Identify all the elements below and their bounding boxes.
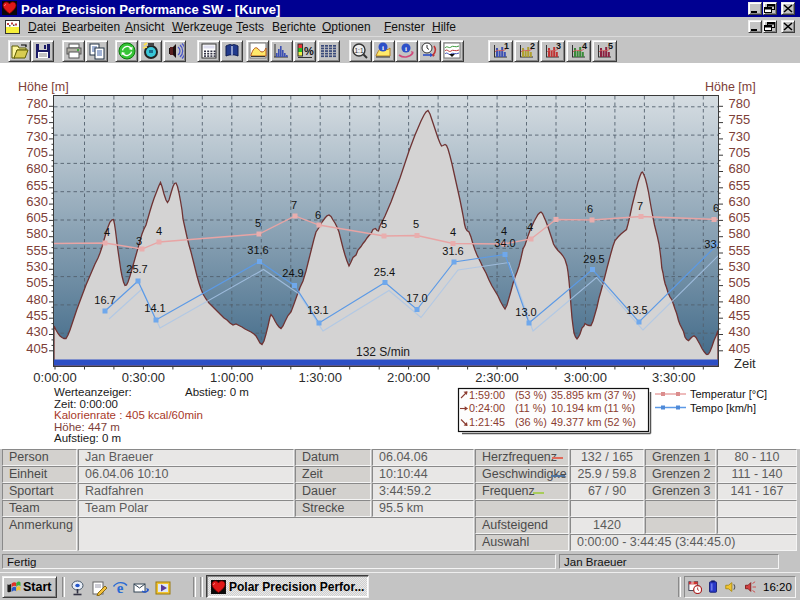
- svg-text:25.4: 25.4: [374, 266, 395, 278]
- svg-text:705: 705: [26, 145, 48, 160]
- svg-text:630: 630: [729, 194, 751, 209]
- svg-text:4: 4: [527, 221, 533, 233]
- svg-text:17.0: 17.0: [406, 292, 427, 304]
- svg-text:7: 7: [291, 199, 297, 211]
- svg-text:13.0: 13.0: [515, 306, 536, 318]
- svg-text:4: 4: [581, 42, 586, 51]
- svg-text:(36 %): (36 %): [515, 416, 547, 428]
- svg-text:i: i: [382, 44, 384, 52]
- svg-text:580: 580: [26, 226, 48, 241]
- svg-text:505: 505: [729, 275, 751, 290]
- svg-text:6: 6: [315, 209, 321, 221]
- svg-text:13.5: 13.5: [626, 304, 647, 316]
- svg-text:605: 605: [26, 210, 48, 225]
- svg-text:0:24:00: 0:24:00: [469, 402, 505, 414]
- svg-text:35.895 km: 35.895 km: [551, 389, 601, 401]
- svg-text:705: 705: [729, 145, 751, 160]
- svg-text:38: 38: [691, 581, 695, 585]
- svg-text:0:30:00: 0:30:00: [122, 370, 165, 385]
- svg-text:405: 405: [729, 341, 751, 356]
- svg-text:1:30:00: 1:30:00: [299, 370, 342, 385]
- svg-text:13.1: 13.1: [307, 304, 328, 316]
- svg-text:755: 755: [26, 112, 48, 127]
- svg-text:2:00:00: 2:00:00: [387, 370, 430, 385]
- svg-text:16.7: 16.7: [94, 294, 115, 306]
- svg-text:480: 480: [26, 292, 48, 307]
- svg-text:530: 530: [26, 259, 48, 274]
- svg-text:34.0: 34.0: [494, 237, 515, 249]
- svg-text:4: 4: [450, 226, 456, 238]
- svg-text:780: 780: [729, 96, 751, 111]
- svg-text:2: 2: [529, 42, 534, 51]
- svg-text:655: 655: [729, 178, 751, 193]
- svg-text:630: 630: [26, 194, 48, 209]
- svg-text:Kalorienrate : 405 kcal/60min: Kalorienrate : 405 kcal/60min: [54, 409, 203, 421]
- svg-text:6: 6: [587, 203, 593, 215]
- svg-text:%: %: [304, 45, 314, 57]
- svg-text:405: 405: [26, 341, 48, 356]
- svg-text:730: 730: [729, 129, 751, 144]
- svg-text:5: 5: [413, 218, 419, 230]
- svg-text:29.5: 29.5: [583, 253, 604, 265]
- svg-text:25.7: 25.7: [126, 263, 147, 275]
- svg-text:4: 4: [156, 225, 162, 237]
- svg-text:5: 5: [381, 218, 387, 230]
- svg-text:10.194 km: 10.194 km: [551, 402, 601, 414]
- svg-text:680: 680: [729, 161, 751, 176]
- svg-text:3:00:00: 3:00:00: [564, 370, 607, 385]
- svg-text:14.1: 14.1: [144, 302, 165, 314]
- svg-text:3: 3: [136, 235, 142, 247]
- svg-text:5: 5: [607, 42, 612, 51]
- svg-text:780: 780: [26, 96, 48, 111]
- svg-text:132 S/min: 132 S/min: [356, 345, 410, 359]
- svg-text:Höhe: 447 m: Höhe: 447 m: [54, 421, 120, 433]
- svg-text:Zeit: Zeit: [734, 356, 756, 371]
- svg-text:3:30:00: 3:30:00: [652, 370, 695, 385]
- svg-text:455: 455: [26, 308, 48, 323]
- svg-text:Werteanzeiger:: Werteanzeiger:: [54, 386, 132, 398]
- svg-text:530: 530: [729, 259, 751, 274]
- svg-text:Höhe [m]: Höhe [m]: [705, 80, 756, 94]
- svg-text:1:21:45: 1:21:45: [469, 416, 505, 428]
- svg-text:Höhe [m]: Höhe [m]: [18, 80, 69, 94]
- svg-text:(11 %): (11 %): [515, 402, 546, 414]
- svg-text:505: 505: [26, 275, 48, 290]
- svg-text:605: 605: [729, 210, 751, 225]
- svg-text:455: 455: [729, 308, 751, 323]
- svg-text:(52 %): (52 %): [604, 416, 636, 428]
- svg-text:1: 1: [503, 42, 508, 51]
- svg-text:555: 555: [729, 243, 751, 258]
- svg-text:680: 680: [26, 161, 48, 176]
- svg-text:24.9: 24.9: [282, 267, 303, 279]
- svg-text:49.377 km: 49.377 km: [551, 416, 601, 428]
- svg-text:580: 580: [729, 226, 751, 241]
- svg-text:2:30:00: 2:30:00: [475, 370, 518, 385]
- svg-text:31.6: 31.6: [247, 244, 268, 256]
- svg-text:i: i: [405, 45, 407, 53]
- svg-text:4: 4: [104, 226, 110, 238]
- svg-text:Aufstieg: 0 m: Aufstieg: 0 m: [54, 432, 121, 444]
- svg-text:730: 730: [26, 129, 48, 144]
- svg-text:Abstieg: 0 m: Abstieg: 0 m: [185, 386, 249, 398]
- svg-text:655: 655: [26, 178, 48, 193]
- svg-text:755: 755: [729, 112, 751, 127]
- svg-text:Tempo [km/h]: Tempo [km/h]: [690, 402, 756, 414]
- svg-text:1:59:00: 1:59:00: [469, 389, 505, 401]
- svg-text:430: 430: [26, 324, 48, 339]
- svg-text:Temperatur [°C]: Temperatur [°C]: [690, 388, 767, 400]
- svg-text:7: 7: [637, 200, 643, 212]
- svg-text:3: 3: [555, 42, 560, 51]
- svg-text:(37 %): (37 %): [604, 389, 636, 401]
- svg-text:Zeit: 0:00:00: Zeit: 0:00:00: [54, 398, 118, 410]
- svg-text:31.6: 31.6: [442, 245, 463, 257]
- svg-text:33.: 33.: [704, 238, 719, 250]
- svg-text:(11 %): (11 %): [604, 402, 635, 414]
- svg-text:430: 430: [729, 324, 751, 339]
- svg-text:480: 480: [729, 292, 751, 307]
- svg-text:1:00:00: 1:00:00: [210, 370, 253, 385]
- svg-text:4: 4: [501, 225, 507, 237]
- svg-text:1:1: 1:1: [354, 47, 363, 54]
- svg-text:0:00:00: 0:00:00: [33, 370, 76, 385]
- svg-text:555: 555: [26, 243, 48, 258]
- svg-text:5: 5: [255, 217, 261, 229]
